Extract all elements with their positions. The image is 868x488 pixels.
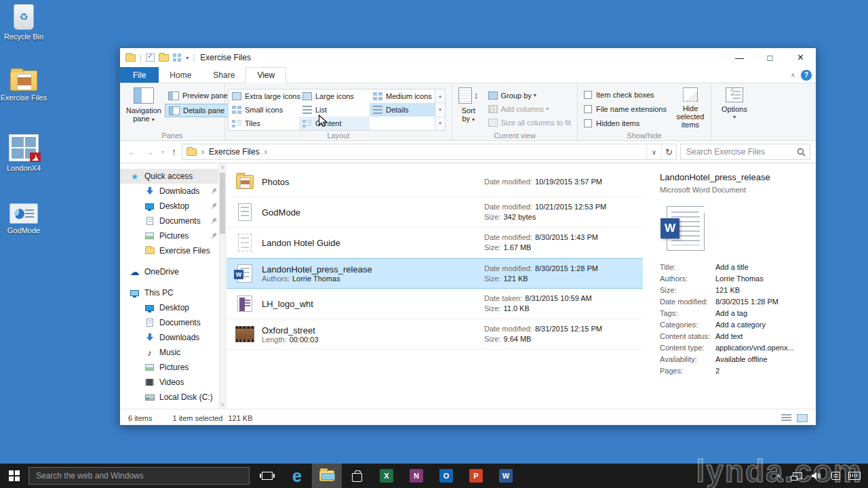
scrollbar-thumb[interactable]: [220, 173, 225, 234]
action-center-button[interactable]: [826, 464, 845, 488]
scroll-up-icon[interactable]: ∧: [220, 163, 224, 171]
layout-extra-large-icons[interactable]: Extra large icons: [229, 89, 299, 103]
refresh-icon[interactable]: ↻: [661, 144, 676, 159]
layout-list[interactable]: List: [299, 103, 370, 117]
excel-button[interactable]: X: [372, 464, 401, 488]
recent-locations-icon[interactable]: ▾: [159, 149, 166, 155]
sidebar-item-onedrive[interactable]: ☁ OneDrive: [120, 264, 226, 279]
search-input[interactable]: [686, 147, 797, 157]
properties-qat-icon[interactable]: [146, 54, 155, 62]
desktop-icon-exercise-files[interactable]: Exercise Files: [0, 70, 47, 102]
close-button[interactable]: ×: [785, 48, 816, 67]
preview-pane-button[interactable]: Preview pane: [165, 89, 231, 102]
sidebar-item-music[interactable]: ♪ Music: [120, 345, 226, 360]
sidebar-item-downloads[interactable]: Downloads: [120, 184, 226, 199]
desktop-icon-londonx4[interactable]: LondonX4: [0, 134, 47, 172]
sidebar-item-this-pc[interactable]: This PC: [120, 285, 226, 300]
layout-large-icons[interactable]: Large icons: [299, 89, 370, 103]
minimize-button[interactable]: —: [724, 48, 755, 67]
file-row-oxford-street[interactable]: Oxford_street Length:00:00:03 Date modif…: [226, 319, 643, 350]
property-value[interactable]: Add a tag: [715, 308, 747, 319]
task-view-button[interactable]: [252, 464, 282, 488]
options-button[interactable]: Options ▾: [718, 87, 751, 129]
layout-medium-icons[interactable]: Medium icons: [370, 89, 435, 103]
search-box[interactable]: [680, 144, 810, 160]
sidebar-item-desktop-pc[interactable]: Desktop: [120, 300, 226, 315]
layout-small-icons[interactable]: Small icons: [229, 103, 299, 117]
desktop-icon-recycle-bin[interactable]: ♻ Recycle Bin: [0, 4, 47, 41]
sidebar-item-quick-access[interactable]: ★ Quick access: [120, 169, 226, 184]
gallery-scroll-up[interactable]: ▴: [435, 89, 445, 103]
tab-view[interactable]: View: [245, 67, 286, 83]
property-value[interactable]: Add text: [715, 331, 743, 342]
file-row-godmode[interactable]: GodMode Date modified:10/21/2015 12:53 P…: [226, 197, 643, 228]
property-value[interactable]: Add a title: [715, 262, 749, 273]
search-icon[interactable]: [797, 148, 806, 157]
network-tray-button[interactable]: [788, 464, 807, 488]
layout-details[interactable]: Details: [370, 103, 435, 117]
address-dropdown-icon[interactable]: ∨: [646, 144, 661, 159]
sidebar-item-downloads-pc[interactable]: Downloads: [120, 330, 226, 345]
onenote-button[interactable]: N: [401, 464, 431, 488]
forward-button[interactable]: →: [142, 146, 156, 157]
sidebar-item-desktop[interactable]: Desktop: [120, 199, 226, 214]
new-folder-qat-icon[interactable]: [159, 54, 169, 62]
sidebar-item-pictures-pc[interactable]: Pictures: [120, 360, 226, 375]
view-qat-icon[interactable]: [173, 54, 182, 62]
sort-by-button[interactable]: ↕ Sort by ▾: [455, 87, 482, 129]
qat-customize-icon[interactable]: ▾: [186, 55, 189, 61]
sidebar-item-videos[interactable]: Videos: [120, 375, 226, 390]
property-value[interactable]: Add a category: [715, 319, 766, 331]
tab-home[interactable]: Home: [159, 67, 202, 83]
scroll-down-icon[interactable]: ∨: [220, 401, 224, 409]
gallery-more-button[interactable]: ▾: [435, 117, 445, 130]
file-row-press-release-selected[interactable]: LandonHotel_press_release Authors:Lorrie…: [226, 258, 643, 289]
hide-selected-items-button[interactable]: Hide selected items: [673, 87, 708, 129]
show-hidden-icons-button[interactable]: ∧: [769, 464, 788, 488]
sidebar-item-pictures[interactable]: Pictures: [120, 228, 226, 243]
maximize-button[interactable]: □: [755, 48, 785, 67]
help-icon[interactable]: ?: [801, 70, 812, 81]
file-row-lh-logo[interactable]: LH_logo_wht Date taken:8/31/2015 10:59 A…: [226, 289, 643, 319]
breadcrumb[interactable]: › Exercise Files › ∨ ↻: [182, 144, 677, 160]
volume-tray-button[interactable]: [807, 464, 826, 488]
navigation-pane-button[interactable]: Navigation pane ▾: [123, 87, 165, 129]
up-button[interactable]: ↑: [170, 146, 178, 157]
touch-keyboard-button[interactable]: [845, 464, 864, 488]
breadcrumb-separator[interactable]: ›: [264, 147, 267, 157]
thumbnail-view-toggle-icon[interactable]: [797, 414, 808, 422]
tab-file[interactable]: File: [120, 67, 159, 83]
taskbar-search-box[interactable]: [28, 467, 250, 485]
item-check-boxes-checkbox[interactable]: Item check boxes: [580, 88, 670, 101]
sidebar-item-documents[interactable]: Documents: [120, 214, 226, 228]
taskbar-search-input[interactable]: [36, 471, 242, 481]
sidebar-item-label: Documents: [159, 216, 201, 226]
file-row-photos[interactable]: Photos Date modified:10/19/2015 3:57 PM: [226, 167, 643, 197]
property-value[interactable]: Lorrie Thomas: [715, 273, 764, 285]
tab-share[interactable]: Share: [202, 67, 245, 83]
edge-button[interactable]: e: [282, 464, 312, 488]
file-name-extensions-checkbox[interactable]: File name extensions: [580, 102, 670, 115]
powerpoint-button[interactable]: P: [461, 464, 491, 488]
file-row-landon-hotel-guide[interactable]: Landon Hotel Guide Date modified:8/30/20…: [226, 228, 643, 258]
store-button[interactable]: [342, 464, 372, 488]
layout-content[interactable]: Content: [299, 117, 370, 130]
file-explorer-button[interactable]: [312, 464, 342, 488]
word-button[interactable]: W: [491, 464, 521, 488]
sidebar-item-local-disk[interactable]: Local Disk (C:): [120, 390, 226, 405]
layout-tiles[interactable]: Tiles: [229, 117, 299, 130]
sidebar-item-documents-pc[interactable]: Documents: [120, 315, 226, 330]
hidden-items-checkbox[interactable]: Hidden items: [580, 117, 670, 129]
desktop-icon-godmode[interactable]: GodMode: [0, 203, 47, 235]
gallery-scroll-down[interactable]: ▾: [435, 103, 445, 117]
group-by-button[interactable]: Group by ▾: [485, 89, 574, 102]
outlook-button[interactable]: O: [431, 464, 461, 488]
details-pane-button[interactable]: Details pane: [165, 104, 231, 117]
sidebar-scrollbar[interactable]: ∧ ∨: [218, 163, 226, 409]
collapse-ribbon-icon[interactable]: ∧: [791, 71, 795, 79]
breadcrumb-item[interactable]: Exercise Files: [209, 147, 260, 157]
back-button[interactable]: ←: [125, 146, 139, 157]
start-button[interactable]: [0, 464, 28, 488]
details-view-toggle-icon[interactable]: [781, 414, 791, 422]
sidebar-item-exercise-files[interactable]: Exercise Files: [120, 243, 226, 258]
